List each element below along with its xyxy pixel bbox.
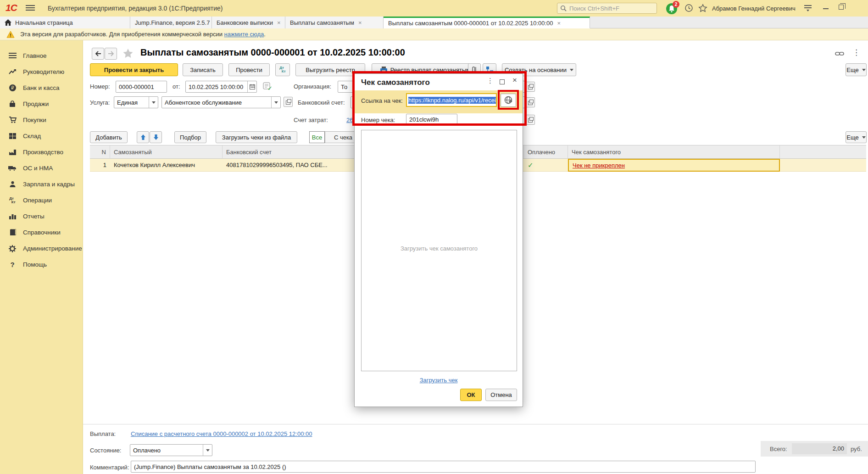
chevron-down-icon: [570, 69, 573, 71]
chevron-down-icon[interactable]: [149, 97, 158, 108]
chevron-down-icon: [862, 136, 866, 139]
chevron-down-icon[interactable]: [271, 97, 280, 108]
upload-receipt-link[interactable]: Загрузить чек: [355, 377, 523, 384]
forward-button[interactable]: [105, 48, 117, 60]
service-name-combo[interactable]: Абонентское обслуживание: [161, 96, 281, 108]
column-header-paid[interactable]: Оплачено: [524, 145, 568, 159]
payment-document-link[interactable]: Списание с расчетного счета 0000-000002 …: [131, 430, 312, 437]
back-button[interactable]: [92, 48, 104, 60]
get-link-icon[interactable]: [835, 50, 844, 58]
footer-divider: [83, 424, 868, 424]
tab-bank-statements[interactable]: Банковские выписки×: [212, 17, 285, 28]
restore-window-button[interactable]: [839, 5, 844, 10]
receipt-link-label: Ссылка на чек:: [361, 97, 403, 104]
history-button[interactable]: [684, 4, 695, 13]
sidebar-item-help[interactable]: ? Помощь: [0, 257, 83, 273]
tab-home[interactable]: Начальная страница: [0, 17, 130, 28]
ok-button[interactable]: ОК: [460, 389, 482, 401]
row-cell-paid[interactable]: ✓: [524, 159, 568, 172]
post-button[interactable]: Провести: [228, 63, 270, 76]
chevron-down-icon[interactable]: [203, 445, 212, 456]
title-kebab-icon[interactable]: ⋮: [852, 48, 860, 57]
column-header-n[interactable]: N: [90, 145, 110, 159]
cancel-button[interactable]: Отмена: [485, 389, 517, 401]
post-and-close-button[interactable]: Провести и закрыть: [90, 63, 178, 76]
column-header-receipt[interactable]: Чек самозанятого: [568, 145, 780, 159]
cost-account-link[interactable]: 26: [346, 117, 353, 123]
organization-open-button[interactable]: [526, 82, 535, 92]
load-from-internet-button[interactable]: [501, 94, 516, 107]
sidebar-label: Зарплата и кадры: [23, 181, 75, 188]
calendar-icon[interactable]: [247, 81, 256, 92]
tab-payments-list[interactable]: Выплаты самозанятым×: [285, 17, 384, 28]
app-window: 1С Бухгалтерия предприятия, редакция 3.0…: [0, 0, 868, 474]
tab-payment-document[interactable]: Выплаты самозанятым 0000-000001 от 10.02…: [384, 17, 590, 28]
warning-period: .: [264, 31, 266, 38]
sidebar-label: Справочники: [23, 229, 61, 236]
notifications-button[interactable]: 2: [666, 2, 680, 15]
bar-chart-icon: [7, 212, 17, 221]
dialog-close-icon[interactable]: ×: [512, 76, 517, 85]
dialog-kebab-icon[interactable]: ⋮: [487, 77, 494, 85]
comment-field[interactable]: [131, 461, 756, 473]
row-cell-receipt[interactable]: Чек не прикреплен: [568, 159, 780, 172]
sidebar-item-manager[interactable]: Руководителю: [0, 64, 83, 80]
filter-all-segment[interactable]: Все: [309, 131, 325, 143]
close-tab-icon[interactable]: ×: [358, 19, 362, 26]
service-label: Услуга:: [90, 99, 110, 106]
favorites-button[interactable]: [698, 4, 708, 13]
minimize-button[interactable]: [823, 8, 829, 9]
add-row-button[interactable]: Добавить: [90, 131, 128, 143]
save-button[interactable]: Записать: [183, 63, 223, 76]
sidebar-item-operations[interactable]: Дт Кт Операции: [0, 192, 83, 208]
sidebar-item-production[interactable]: Производство: [0, 144, 83, 160]
service-open-button[interactable]: [284, 97, 293, 107]
close-tab-icon[interactable]: ×: [557, 20, 561, 27]
receipt-url-input[interactable]: https://lknpd.nalog.ru/api/v1/receip: [406, 93, 497, 107]
search-input[interactable]: [569, 5, 652, 12]
receipt-not-attached-link[interactable]: Чек не прикреплен: [573, 162, 625, 169]
sidebar-item-administration[interactable]: Администрирование: [0, 240, 83, 257]
buy-commercial-link[interactable]: нажмите сюда: [224, 31, 264, 38]
pick-button[interactable]: Подбор: [174, 131, 206, 143]
dtkt-button[interactable]: Дт Кт: [275, 63, 290, 76]
1c-logo: 1С: [6, 2, 17, 13]
sidebar-item-purchases[interactable]: Покупки: [0, 112, 83, 128]
tab-jump-finance[interactable]: Jump.Finance, версия 2.5.7×: [130, 17, 212, 28]
row-cell-person[interactable]: Кочетков Кирилл Алексеевич: [110, 159, 223, 172]
column-header-person[interactable]: Самозанятый: [110, 145, 223, 159]
number-field[interactable]: [116, 81, 167, 93]
service-type-combo[interactable]: Единая: [114, 96, 158, 108]
dialog-maximize-icon[interactable]: [500, 79, 505, 84]
global-search[interactable]: [557, 3, 657, 14]
state-combo[interactable]: Оплачено: [130, 444, 212, 456]
close-tab-icon[interactable]: ×: [277, 19, 281, 26]
sidebar-label: Руководителю: [23, 68, 64, 75]
book-icon: [7, 229, 17, 237]
bank-account-open-button[interactable]: [526, 97, 535, 107]
more-button-top[interactable]: Еще: [846, 63, 867, 76]
receipt-number-field[interactable]: [406, 114, 457, 125]
sidebar-item-bank-cash[interactable]: ₽ Банк и касса: [0, 80, 83, 96]
arrow-up-icon: [140, 134, 146, 140]
receipt-preview-area[interactable]: Загрузить чек самозанятого: [361, 130, 517, 371]
sidebar-item-salary-hr[interactable]: Зарплата и кадры: [0, 176, 83, 192]
row-cell-n[interactable]: 1: [90, 159, 110, 172]
service-menu-icon[interactable]: [804, 4, 814, 13]
main-menu-icon[interactable]: [26, 4, 35, 11]
date-label: от:: [172, 83, 180, 90]
sidebar-item-fixed-assets[interactable]: ОС и НМА: [0, 160, 83, 176]
move-up-button[interactable]: [137, 131, 149, 143]
move-down-button[interactable]: [150, 131, 162, 143]
load-checks-button[interactable]: Загрузить чеки из файла: [216, 131, 297, 143]
cost-account-open-button[interactable]: [526, 115, 535, 125]
date-field[interactable]: [185, 81, 257, 93]
sidebar-item-reports[interactable]: Отчеты: [0, 208, 83, 224]
current-user[interactable]: Абрамов Геннадий Сергеевич: [712, 5, 796, 12]
sidebar-item-directories[interactable]: Справочники: [0, 224, 83, 240]
sidebar-item-warehouse[interactable]: Склад: [0, 128, 83, 144]
favorite-star-icon[interactable]: [122, 48, 134, 59]
sidebar-item-main[interactable]: Главное: [0, 48, 83, 64]
sidebar-item-sales[interactable]: Продажи: [0, 96, 83, 112]
more-button-table[interactable]: Еще: [846, 131, 867, 143]
